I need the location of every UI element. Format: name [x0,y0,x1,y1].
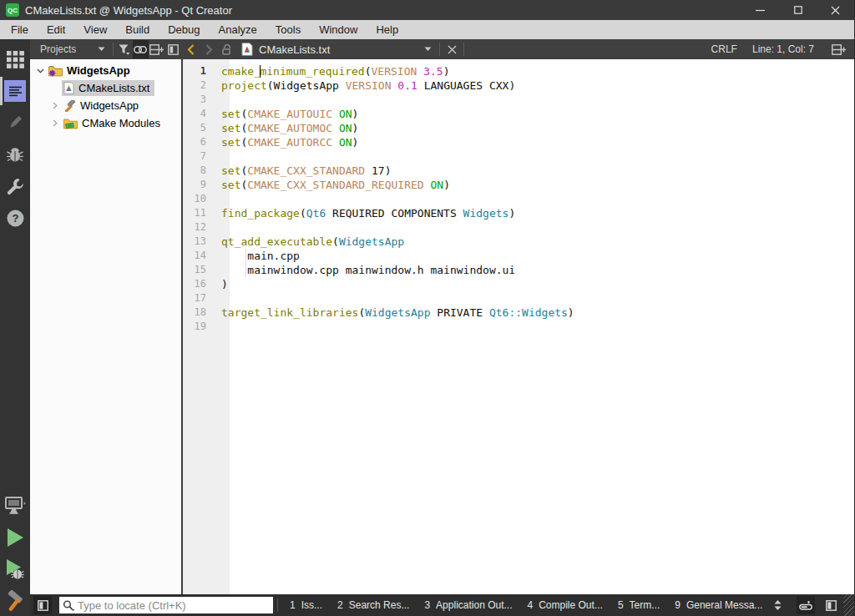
code-text[interactable]: target_link_libraries(WidgetsApp PRIVATE… [218,305,574,320]
code-line-12[interactable]: 12 [183,220,854,235]
output-pane-1[interactable]: 1Iss... [282,594,330,616]
go-forward-button[interactable] [200,40,218,58]
code-text[interactable] [218,192,221,206]
code-line-15[interactable]: 15 mainwindow.cpp mainwindow.h mainwindo… [183,263,854,277]
tree-item-cmake-modules[interactable]: CMake Modules [30,114,181,132]
locator-field[interactable] [59,597,273,613]
close-document-button[interactable] [443,40,461,58]
code-line-16[interactable]: 16) [183,277,854,291]
code-line-1[interactable]: 1cmake_minimum_required(VERSION 3.5) [183,64,854,78]
code-text[interactable] [218,320,221,334]
pane-selector-combo[interactable]: Projects [30,39,110,59]
menu-help[interactable]: Help [367,20,407,39]
debug-run-button[interactable] [0,554,30,584]
tree-expanded-chevron-icon[interactable] [37,68,44,73]
code-line-17[interactable]: 17 [183,291,854,305]
filter-button[interactable] [116,40,132,58]
tree-collapsed-chevron-icon[interactable] [53,119,58,127]
maximize-button[interactable] [779,0,817,20]
code-text[interactable]: set(CMAKE_AUTOMOC ON) [218,121,358,135]
kit-selector-button[interactable] [0,491,30,521]
close-button[interactable] [817,0,854,20]
menu-tools[interactable]: Tools [266,20,310,39]
split-pane-button[interactable] [149,40,164,58]
code-line-3[interactable]: 3 [183,93,854,107]
run-button[interactable] [0,523,30,553]
output-pane-2[interactable]: 2Search Res... [330,594,417,616]
code-text[interactable]: ) [218,277,228,291]
toggle-right-sidebar-button[interactable] [822,596,840,614]
code-text[interactable] [218,149,221,164]
minimize-button[interactable] [741,0,779,20]
eol-indicator[interactable]: CRLF [711,43,737,55]
code-line-7[interactable]: 7 [183,149,854,164]
code-line-4[interactable]: 4set(CMAKE_AUTOUIC ON) [183,107,854,121]
code-line-11[interactable]: 11find_package(Qt6 REQUIRED COMPONENTS W… [183,206,854,220]
code-line-13[interactable]: 13qt_add_executable(WidgetsApp [183,235,854,249]
menu-view[interactable]: View [74,20,116,39]
menu-analyze[interactable]: Analyze [210,20,266,39]
tree-item-inner[interactable]: WidgetsApp [62,98,144,114]
tree-collapsed-chevron-icon[interactable] [53,102,58,109]
build-button[interactable] [0,586,30,616]
mode-debug[interactable] [0,139,30,169]
code-text[interactable] [218,291,221,305]
split-editor-button[interactable] [829,40,847,58]
go-back-button[interactable] [181,40,200,58]
code-text[interactable]: find_package(Qt6 REQUIRED COMPONENTS Wid… [218,206,515,220]
code-text[interactable]: main.cpp [218,249,300,263]
tree-item-cmakelists-txt[interactable]: CMakeLists.txt [30,79,181,97]
code-text[interactable]: set(CMAKE_CXX_STANDARD_REQUIRED ON) [218,178,450,192]
output-pane-4[interactable]: 4Compile Out... [520,594,610,616]
output-pane-arrows[interactable] [770,596,785,614]
tab-dropdown-icon[interactable] [424,47,432,52]
code-line-6[interactable]: 6set(CMAKE_AUTORCC ON) [183,135,854,149]
code-text[interactable]: set(CMAKE_AUTORCC ON) [218,135,358,149]
code-line-10[interactable]: 10 [183,192,854,206]
tree-item-widgetsapp[interactable]: WidgetsApp [30,97,181,114]
code-text[interactable]: project(WidgetsApp VERSION 0.1 LANGUAGES… [218,78,515,93]
code-line-14[interactable]: 14 main.cpp [183,249,854,263]
tree-chevron[interactable] [33,68,47,73]
code-editor[interactable]: 1cmake_minimum_required(VERSION 3.5)2pro… [183,59,854,594]
tree-item-inner[interactable]: WidgetsApp [47,63,135,78]
menu-edit[interactable]: Edit [38,20,74,39]
code-text[interactable]: qt_add_executable(WidgetsApp [218,235,404,249]
code-line-2[interactable]: 2project(WidgetsApp VERSION 0.1 LANGUAGE… [183,78,854,93]
menu-file[interactable]: File [2,20,38,39]
tree-chevron[interactable] [48,119,62,127]
menu-window[interactable]: Window [310,20,367,39]
code-line-8[interactable]: 8set(CMAKE_CXX_STANDARD 17) [183,164,854,178]
tree-item-widgetsapp[interactable]: WidgetsApp [30,62,181,79]
close-pane-button[interactable] [165,40,181,58]
tree-item-inner[interactable]: CMake Modules [62,115,165,131]
sync-with-editor-button[interactable] [133,40,149,58]
code-text[interactable]: set(CMAKE_AUTOUIC ON) [218,107,358,121]
code-text[interactable]: cmake_minimum_required(VERSION 3.5) [218,64,449,78]
document-tab[interactable]: CMakeLists.txt [236,39,437,59]
code-text[interactable] [218,93,221,107]
toggle-left-sidebar-button[interactable] [33,596,52,614]
tree-item-inner[interactable]: CMakeLists.txt [62,80,154,96]
tree-chevron[interactable] [48,102,62,109]
code-line-19[interactable]: 19 [183,320,854,334]
mode-design[interactable] [0,108,30,138]
mode-edit-selected[interactable] [0,76,30,106]
code-text[interactable]: set(CMAKE_CXX_STANDARD 17) [218,164,392,178]
menu-debug[interactable]: Debug [159,20,209,39]
output-pane-5[interactable]: 5Term... [610,594,667,616]
locator-input[interactable] [78,599,270,612]
code-line-9[interactable]: 9set(CMAKE_CXX_STANDARD_REQUIRED ON) [183,178,854,192]
output-pane-3[interactable]: 3Application Out... [417,594,519,616]
mode-help[interactable]: ? [0,203,30,233]
output-pane-9[interactable]: 9General Messa... [667,594,770,616]
mode-projects[interactable] [0,171,30,201]
window-resize-grip[interactable] [843,594,854,616]
mode-welcome[interactable] [0,44,30,74]
code-line-18[interactable]: 18target_link_libraries(WidgetsApp PRIVA… [183,305,854,320]
code-text[interactable]: mainwindow.cpp mainwindow.h mainwindow.u… [218,263,515,277]
code-line-5[interactable]: 5set(CMAKE_AUTOMOC ON) [183,121,854,135]
toggle-progress-details-button[interactable] [797,596,815,614]
code-text[interactable] [218,220,221,235]
menu-build[interactable]: Build [116,20,159,39]
